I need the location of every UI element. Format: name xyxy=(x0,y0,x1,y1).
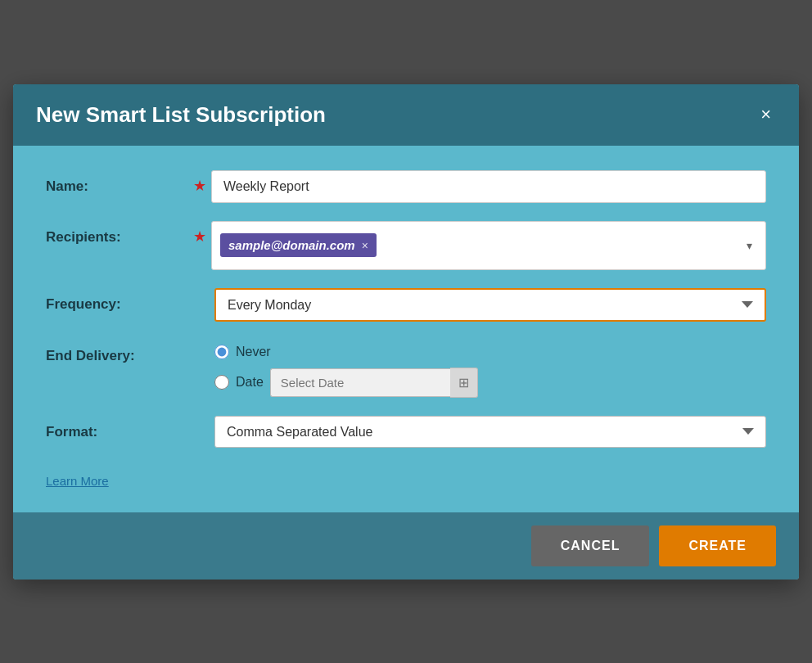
recipients-label: Recipients: xyxy=(46,221,193,246)
frequency-select[interactable]: Every Monday Every Tuesday Every Wednesd… xyxy=(214,288,766,322)
name-row: Name: ★ xyxy=(46,170,766,203)
recipients-row: Recipients: ★ sample@domain.com × ▾ xyxy=(46,221,766,270)
modal-overlay: New Smart List Subscription × Name: ★ Re… xyxy=(0,0,812,663)
end-delivery-label: End Delivery: xyxy=(46,340,193,364)
end-delivery-control: Never Date ⊞ xyxy=(214,340,766,398)
dialog-header: New Smart List Subscription × xyxy=(13,84,799,146)
cancel-button[interactable]: CANCEL xyxy=(531,525,650,566)
format-select[interactable]: Comma Separated Value Excel Tab Separate… xyxy=(214,416,766,448)
name-input[interactable] xyxy=(211,170,766,203)
end-delivery-row: End Delivery: Never Date xyxy=(46,340,766,398)
name-required-star: ★ xyxy=(193,170,206,195)
frequency-label: Frequency: xyxy=(46,288,193,313)
format-row: Format: Comma Separated Value Excel Tab … xyxy=(46,416,766,448)
learn-more-link[interactable]: Learn More xyxy=(46,474,109,488)
never-radio[interactable] xyxy=(214,345,229,359)
calendar-button[interactable]: ⊞ xyxy=(450,368,478,398)
recipients-inner: sample@domain.com × ▾ xyxy=(220,233,757,257)
recipients-box[interactable]: sample@domain.com × ▾ xyxy=(211,221,766,270)
dialog: New Smart List Subscription × Name: ★ Re… xyxy=(13,84,799,580)
dialog-body: Name: ★ Recipients: ★ sample@domain.com … xyxy=(13,146,799,512)
end-delivery-options: Never Date ⊞ xyxy=(214,340,766,398)
email-tag: sample@domain.com × xyxy=(220,233,377,257)
name-label: Name: xyxy=(46,170,193,195)
dialog-title: New Smart List Subscription xyxy=(36,102,326,128)
recipients-required-star: ★ xyxy=(193,221,206,246)
name-control xyxy=(211,170,766,203)
frequency-row: Frequency: Every Monday Every Tuesday Ev… xyxy=(46,288,766,322)
date-label: Date xyxy=(236,375,264,390)
date-radio-row: Date ⊞ xyxy=(214,368,766,398)
date-input-wrapper: ⊞ xyxy=(270,368,478,398)
create-button[interactable]: CREATE xyxy=(659,525,776,566)
frequency-control: Every Monday Every Tuesday Every Wednesd… xyxy=(214,288,766,322)
email-tag-text: sample@domain.com xyxy=(228,238,355,252)
format-label: Format: xyxy=(46,416,193,440)
date-input[interactable] xyxy=(270,368,450,397)
close-button[interactable]: × xyxy=(756,104,776,125)
never-label: Never xyxy=(236,345,271,359)
dialog-footer: CANCEL CREATE xyxy=(13,512,799,580)
email-tag-remove[interactable]: × xyxy=(362,239,368,252)
calendar-icon: ⊞ xyxy=(458,375,469,390)
date-radio[interactable] xyxy=(214,375,229,390)
recipients-control: sample@domain.com × ▾ xyxy=(211,221,766,270)
format-control: Comma Separated Value Excel Tab Separate… xyxy=(214,416,766,448)
recipients-dropdown-arrow[interactable]: ▾ xyxy=(742,236,757,255)
never-radio-row: Never xyxy=(214,345,766,359)
